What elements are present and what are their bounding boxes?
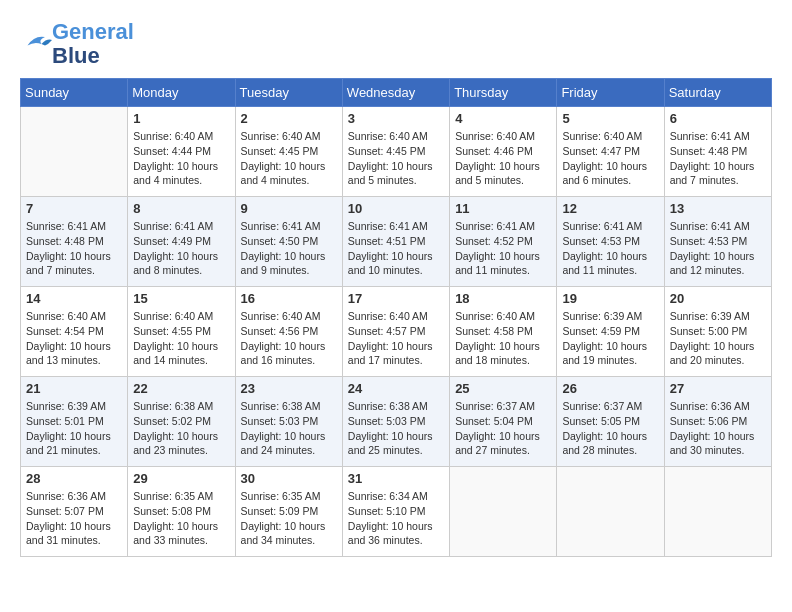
day-number: 28 [26, 471, 122, 486]
day-info: Sunrise: 6:36 AMSunset: 5:06 PMDaylight:… [670, 399, 766, 458]
calendar-cell: 31Sunrise: 6:34 AMSunset: 5:10 PMDayligh… [342, 467, 449, 557]
day-number: 27 [670, 381, 766, 396]
day-info: Sunrise: 6:39 AMSunset: 5:00 PMDaylight:… [670, 309, 766, 368]
calendar-week-2: 7Sunrise: 6:41 AMSunset: 4:48 PMDaylight… [21, 197, 772, 287]
day-number: 19 [562, 291, 658, 306]
day-number: 14 [26, 291, 122, 306]
day-number: 4 [455, 111, 551, 126]
calendar-cell [450, 467, 557, 557]
day-info: Sunrise: 6:40 AMSunset: 4:55 PMDaylight:… [133, 309, 229, 368]
calendar-cell: 15Sunrise: 6:40 AMSunset: 4:55 PMDayligh… [128, 287, 235, 377]
day-info: Sunrise: 6:41 AMSunset: 4:51 PMDaylight:… [348, 219, 444, 278]
calendar-cell: 9Sunrise: 6:41 AMSunset: 4:50 PMDaylight… [235, 197, 342, 287]
day-info: Sunrise: 6:38 AMSunset: 5:03 PMDaylight:… [348, 399, 444, 458]
day-number: 16 [241, 291, 337, 306]
logo-icon [24, 30, 52, 54]
day-number: 11 [455, 201, 551, 216]
calendar-cell: 1Sunrise: 6:40 AMSunset: 4:44 PMDaylight… [128, 107, 235, 197]
day-info: Sunrise: 6:34 AMSunset: 5:10 PMDaylight:… [348, 489, 444, 548]
day-info: Sunrise: 6:39 AMSunset: 4:59 PMDaylight:… [562, 309, 658, 368]
page-header: GeneralBlue [20, 20, 772, 68]
calendar-cell: 13Sunrise: 6:41 AMSunset: 4:53 PMDayligh… [664, 197, 771, 287]
weekday-header-monday: Monday [128, 79, 235, 107]
day-number: 26 [562, 381, 658, 396]
calendar-week-5: 28Sunrise: 6:36 AMSunset: 5:07 PMDayligh… [21, 467, 772, 557]
day-number: 6 [670, 111, 766, 126]
day-info: Sunrise: 6:41 AMSunset: 4:53 PMDaylight:… [670, 219, 766, 278]
calendar-cell: 17Sunrise: 6:40 AMSunset: 4:57 PMDayligh… [342, 287, 449, 377]
calendar-cell [664, 467, 771, 557]
calendar-cell: 18Sunrise: 6:40 AMSunset: 4:58 PMDayligh… [450, 287, 557, 377]
day-info: Sunrise: 6:40 AMSunset: 4:57 PMDaylight:… [348, 309, 444, 368]
calendar-cell: 19Sunrise: 6:39 AMSunset: 4:59 PMDayligh… [557, 287, 664, 377]
day-info: Sunrise: 6:35 AMSunset: 5:09 PMDaylight:… [241, 489, 337, 548]
calendar-cell: 7Sunrise: 6:41 AMSunset: 4:48 PMDaylight… [21, 197, 128, 287]
day-info: Sunrise: 6:41 AMSunset: 4:52 PMDaylight:… [455, 219, 551, 278]
day-number: 9 [241, 201, 337, 216]
calendar-cell: 26Sunrise: 6:37 AMSunset: 5:05 PMDayligh… [557, 377, 664, 467]
calendar-cell: 20Sunrise: 6:39 AMSunset: 5:00 PMDayligh… [664, 287, 771, 377]
calendar-cell [21, 107, 128, 197]
day-number: 13 [670, 201, 766, 216]
day-info: Sunrise: 6:41 AMSunset: 4:50 PMDaylight:… [241, 219, 337, 278]
calendar-cell: 24Sunrise: 6:38 AMSunset: 5:03 PMDayligh… [342, 377, 449, 467]
calendar-cell: 11Sunrise: 6:41 AMSunset: 4:52 PMDayligh… [450, 197, 557, 287]
weekday-header-wednesday: Wednesday [342, 79, 449, 107]
day-info: Sunrise: 6:40 AMSunset: 4:47 PMDaylight:… [562, 129, 658, 188]
calendar-cell: 10Sunrise: 6:41 AMSunset: 4:51 PMDayligh… [342, 197, 449, 287]
calendar-week-4: 21Sunrise: 6:39 AMSunset: 5:01 PMDayligh… [21, 377, 772, 467]
calendar-cell: 6Sunrise: 6:41 AMSunset: 4:48 PMDaylight… [664, 107, 771, 197]
day-info: Sunrise: 6:40 AMSunset: 4:44 PMDaylight:… [133, 129, 229, 188]
calendar-cell: 8Sunrise: 6:41 AMSunset: 4:49 PMDaylight… [128, 197, 235, 287]
day-info: Sunrise: 6:41 AMSunset: 4:48 PMDaylight:… [26, 219, 122, 278]
weekday-header-saturday: Saturday [664, 79, 771, 107]
calendar-cell: 12Sunrise: 6:41 AMSunset: 4:53 PMDayligh… [557, 197, 664, 287]
day-number: 1 [133, 111, 229, 126]
day-number: 25 [455, 381, 551, 396]
calendar-cell: 27Sunrise: 6:36 AMSunset: 5:06 PMDayligh… [664, 377, 771, 467]
day-info: Sunrise: 6:41 AMSunset: 4:49 PMDaylight:… [133, 219, 229, 278]
weekday-header-tuesday: Tuesday [235, 79, 342, 107]
day-number: 31 [348, 471, 444, 486]
calendar-week-3: 14Sunrise: 6:40 AMSunset: 4:54 PMDayligh… [21, 287, 772, 377]
day-info: Sunrise: 6:41 AMSunset: 4:48 PMDaylight:… [670, 129, 766, 188]
day-info: Sunrise: 6:39 AMSunset: 5:01 PMDaylight:… [26, 399, 122, 458]
calendar-cell: 14Sunrise: 6:40 AMSunset: 4:54 PMDayligh… [21, 287, 128, 377]
day-info: Sunrise: 6:40 AMSunset: 4:45 PMDaylight:… [241, 129, 337, 188]
calendar-cell: 30Sunrise: 6:35 AMSunset: 5:09 PMDayligh… [235, 467, 342, 557]
day-number: 29 [133, 471, 229, 486]
calendar-cell [557, 467, 664, 557]
weekday-header-thursday: Thursday [450, 79, 557, 107]
calendar-cell: 21Sunrise: 6:39 AMSunset: 5:01 PMDayligh… [21, 377, 128, 467]
logo: GeneralBlue [20, 20, 134, 68]
day-info: Sunrise: 6:37 AMSunset: 5:05 PMDaylight:… [562, 399, 658, 458]
day-info: Sunrise: 6:36 AMSunset: 5:07 PMDaylight:… [26, 489, 122, 548]
day-info: Sunrise: 6:40 AMSunset: 4:56 PMDaylight:… [241, 309, 337, 368]
day-number: 12 [562, 201, 658, 216]
day-number: 7 [26, 201, 122, 216]
weekday-header-friday: Friday [557, 79, 664, 107]
calendar-week-1: 1Sunrise: 6:40 AMSunset: 4:44 PMDaylight… [21, 107, 772, 197]
calendar-cell: 3Sunrise: 6:40 AMSunset: 4:45 PMDaylight… [342, 107, 449, 197]
day-number: 2 [241, 111, 337, 126]
weekday-header-sunday: Sunday [21, 79, 128, 107]
calendar-cell: 29Sunrise: 6:35 AMSunset: 5:08 PMDayligh… [128, 467, 235, 557]
day-number: 21 [26, 381, 122, 396]
day-number: 23 [241, 381, 337, 396]
day-info: Sunrise: 6:40 AMSunset: 4:45 PMDaylight:… [348, 129, 444, 188]
day-number: 30 [241, 471, 337, 486]
logo-text: GeneralBlue [52, 20, 134, 68]
calendar-cell: 4Sunrise: 6:40 AMSunset: 4:46 PMDaylight… [450, 107, 557, 197]
day-info: Sunrise: 6:35 AMSunset: 5:08 PMDaylight:… [133, 489, 229, 548]
day-number: 15 [133, 291, 229, 306]
calendar-cell: 22Sunrise: 6:38 AMSunset: 5:02 PMDayligh… [128, 377, 235, 467]
day-number: 22 [133, 381, 229, 396]
calendar-table: SundayMondayTuesdayWednesdayThursdayFrid… [20, 78, 772, 557]
day-info: Sunrise: 6:41 AMSunset: 4:53 PMDaylight:… [562, 219, 658, 278]
day-number: 18 [455, 291, 551, 306]
calendar-cell: 5Sunrise: 6:40 AMSunset: 4:47 PMDaylight… [557, 107, 664, 197]
calendar-cell: 25Sunrise: 6:37 AMSunset: 5:04 PMDayligh… [450, 377, 557, 467]
day-number: 20 [670, 291, 766, 306]
day-info: Sunrise: 6:40 AMSunset: 4:46 PMDaylight:… [455, 129, 551, 188]
day-info: Sunrise: 6:38 AMSunset: 5:03 PMDaylight:… [241, 399, 337, 458]
